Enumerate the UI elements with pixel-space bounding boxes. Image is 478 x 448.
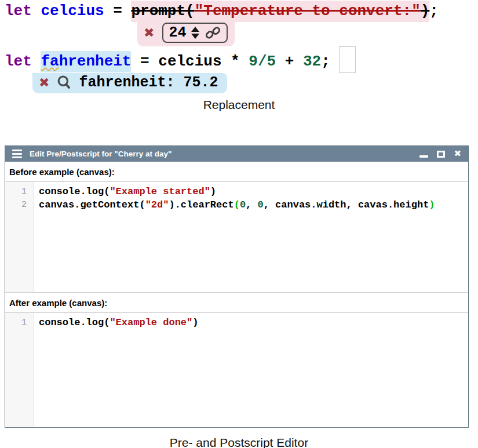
code-token: celcius	[41, 2, 104, 20]
before-example-editor[interactable]: 1console.log("Example started")2canvas.g…	[5, 182, 468, 292]
minimize-icon[interactable]	[419, 150, 428, 158]
probe-widget: ✖ fahrenheit: 75.2	[32, 73, 227, 93]
editor-window: Edit Pre/Postscript for "Cherry at day" …	[5, 145, 469, 428]
code-token: (	[234, 199, 240, 210]
maximize-icon[interactable]	[437, 151, 445, 158]
stepper-up-icon[interactable]	[191, 27, 199, 32]
window-titlebar[interactable]: Edit Pre/Postscript for "Cherry at day" …	[5, 146, 468, 162]
code-token: "Temperature to convert:"	[195, 1, 421, 22]
close-icon[interactable]: ✖	[454, 150, 461, 158]
code-token: =	[104, 2, 132, 20]
code-token: "Example done"	[110, 317, 192, 328]
replacement-demo: let celcius = prompt("Temperature to con…	[0, 0, 478, 112]
code-line-fahrenheit[interactable]: let fahrenheit = celcius * 9/5 + 32;	[5, 46, 478, 73]
code-token: )	[192, 317, 198, 328]
code-token: let	[5, 53, 41, 70]
code-token: console.log(	[39, 186, 110, 197]
code-token: )	[210, 186, 216, 197]
after-example-editor[interactable]: 1console.log("Example done")	[5, 313, 468, 427]
stepper-value[interactable]: 24	[169, 24, 186, 41]
code-text: let celcius = prompt("Temperature to con…	[5, 1, 439, 22]
delete-icon[interactable]: ✖	[39, 77, 49, 89]
stepper-arrows	[191, 27, 199, 39]
code-token: "2d"	[145, 199, 169, 210]
line-number: 1	[5, 185, 34, 198]
code-text: let fahrenheit = celcius * 9/5 + 32;	[5, 51, 330, 72]
code-token: ;	[429, 2, 439, 20]
code-token: = celcius *	[131, 53, 249, 70]
line-number: 1	[5, 316, 34, 329]
code-token: +	[276, 53, 303, 70]
code-line-celcius[interactable]: let celcius = prompt("Temperature to con…	[5, 2, 478, 20]
code-text: canvas.getContext("2d").clearRect(0, 0, …	[34, 198, 435, 212]
quantity-stepper[interactable]: 24	[162, 23, 228, 43]
replacement-slot-frame	[339, 46, 356, 73]
code-token: let	[5, 2, 41, 20]
code-token: , canvas.width, cavas.height	[264, 199, 429, 210]
window-caption: Pre- and Postscript Editor	[0, 436, 478, 448]
code-token: canvas.getContext(	[39, 199, 145, 210]
code-token: prompt(	[131, 1, 194, 22]
code-token: 0	[257, 199, 263, 210]
code-token: )	[429, 199, 435, 210]
link-icon[interactable]	[205, 26, 221, 39]
after-example-label: After example (canvas):	[5, 292, 468, 313]
before-example-section: Before example (canvas): 1console.log("E…	[5, 162, 468, 292]
code-token: 0	[240, 199, 246, 210]
code-token: 32	[303, 53, 321, 70]
delete-icon[interactable]: ✖	[144, 27, 154, 39]
code-line[interactable]: 1console.log("Example started")	[5, 185, 468, 198]
code-token: fa	[41, 51, 59, 72]
window-buttons: ✖	[419, 150, 461, 158]
code-token: 9/5	[249, 53, 276, 70]
search-icon[interactable]	[56, 75, 72, 90]
code-text: console.log("Example done")	[34, 316, 198, 329]
hamburger-icon[interactable]	[12, 150, 22, 158]
code-line[interactable]: 1console.log("Example done")	[5, 316, 468, 329]
code-token: "Example started"	[110, 186, 210, 197]
line-number: 2	[5, 198, 34, 212]
before-example-label: Before example (canvas):	[5, 162, 468, 182]
after-example-section: After example (canvas): 1console.log("Ex…	[5, 292, 468, 427]
code-token: hrenheit	[59, 51, 132, 72]
code-token: )	[421, 1, 430, 22]
code-text: console.log("Example started")	[34, 185, 216, 198]
stepper-down-icon[interactable]	[191, 34, 199, 39]
code-token: ,	[246, 199, 257, 210]
code-line[interactable]: 2canvas.getContext("2d").clearRect(0, 0,…	[5, 198, 468, 212]
number-stepper-widget: ✖ 24	[137, 20, 235, 46]
code-token: console.log(	[39, 317, 110, 328]
probe-value: fahrenheit: 75.2	[79, 74, 218, 91]
code-token: ;	[321, 53, 330, 70]
replacement-caption: Replacement	[0, 98, 478, 112]
window-title: Edit Pre/Postscript for "Cherry at day"	[30, 150, 419, 158]
code-token: ).clearRect	[169, 199, 233, 210]
